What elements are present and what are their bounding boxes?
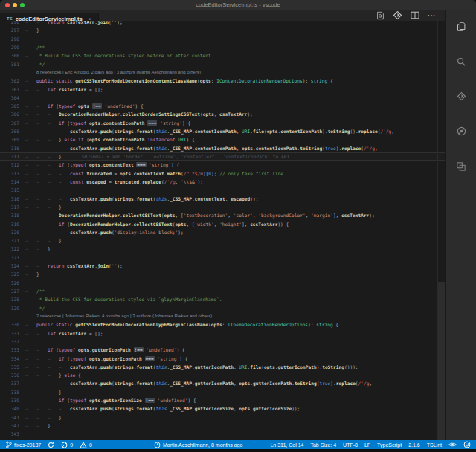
code-line-297[interactable]: 297→}	[0, 26, 446, 34]
code-line-308[interactable]: 308→→→→cssTextArr.push(strings.format(th…	[0, 127, 446, 135]
code-line-310[interactable]: 310→→→→cssTextArr.push(strings.format(th…	[0, 144, 446, 152]
code-line-322[interactable]: 322→→}	[0, 245, 446, 253]
code-text: →→return cssTextArr.join('');	[25, 262, 123, 270]
status-item-eye[interactable]	[448, 442, 457, 448]
status-item-encoding[interactable]: UTF-8	[343, 442, 358, 448]
tab-whitespace-arrow: →	[48, 396, 59, 404]
code-line-320[interactable]: 320→→→→cssTextArr.push('display:inline-b…	[0, 228, 446, 236]
code-line-305[interactable]: 305→→if (typeof opts !== 'undefined') {	[0, 102, 446, 110]
tab-whitespace-arrow: →	[25, 43, 36, 51]
code-line-336[interactable]: 336→→→} else {	[0, 371, 446, 379]
tab-whitespace-arrow: →	[25, 152, 36, 161]
codelens-annotation[interactable]: 8 references | Eric Amodio, 2 days ago |…	[0, 68, 446, 77]
code-line-330[interactable]: 330→public static getCSSTextForModelDeco…	[0, 320, 446, 329]
code-line-299[interactable]: 299→/**	[0, 43, 446, 51]
code-line-340[interactable]: 340→→→→cssTextArr.push(strings.format(th…	[0, 404, 446, 413]
code-line-341[interactable]: 341→→→}	[0, 413, 446, 422]
code-line-339[interactable]: 339→→→if (typeof opts.gutterIconSize !==…	[0, 396, 446, 404]
scrollbar-thumb[interactable]	[438, 282, 445, 440]
code-line-314[interactable]: 314→→→→const escaped = truncated.replace…	[0, 178, 446, 186]
line-number: 305	[0, 102, 25, 110]
line-number: 298	[0, 35, 25, 43]
code-line-323[interactable]: 323	[0, 254, 446, 262]
code-line-335[interactable]: 335→→→→cssTextArr.push(strings.format(th…	[0, 363, 446, 371]
preview-icon[interactable]	[376, 11, 385, 20]
code-line-313[interactable]: 313→→→→const truncated = opts.contentTex…	[0, 170, 446, 178]
activity-bar-item-gitlens[interactable]	[446, 80, 476, 114]
tab-whitespace-arrow: →	[36, 396, 48, 404]
code-line-324[interactable]: 324→→return cssTextArr.join('');	[0, 262, 446, 270]
code-line-309[interactable]: 309→→→} else if (opts.contentIconPath in…	[0, 135, 446, 143]
status-item-sync[interactable]	[48, 442, 54, 448]
tab-whitespace-arrow: →	[25, 195, 36, 203]
code-line-296[interactable]: 296→→return cssTextArr.join('');	[0, 21, 446, 26]
code-line-302[interactable]: 302→public static getCSSTextForModelDeco…	[0, 77, 446, 85]
code-line-307[interactable]: 307→→→if (typeof opts.contentIconPath ==…	[0, 119, 446, 127]
code-line-337[interactable]: 337→→→→cssTextArr.push(strings.format(th…	[0, 379, 446, 387]
code-line-300[interactable]: 300→ * Build the CSS for decorations sty…	[0, 51, 446, 59]
tab-whitespace-arrow: →	[36, 170, 48, 178]
code-line-303[interactable]: 303→→let cssTextArr = [];	[0, 85, 446, 94]
code-line-301[interactable]: 301→ */	[0, 60, 446, 68]
code-line-326[interactable]: 326	[0, 279, 446, 287]
code-line-325[interactable]: 325→}	[0, 270, 446, 278]
code-line-319[interactable]: 319→→→if (DecorationRenderHelper.collect…	[0, 220, 446, 228]
line-number: 322	[0, 245, 25, 253]
gitlens-icon[interactable]	[393, 10, 402, 20]
status-item-errors[interactable]: 0	[61, 442, 73, 448]
status-item-feedback-smiley[interactable]	[463, 441, 471, 448]
activity-bar-item-debug[interactable]	[446, 114, 476, 149]
tab-whitespace-arrow: →	[48, 363, 59, 371]
status-item-warnings[interactable]: 0	[80, 442, 92, 448]
activity-bar-item-extensions[interactable]	[446, 149, 476, 184]
line-number: 329	[0, 304, 25, 312]
tab-whitespace-arrow: →	[25, 363, 36, 371]
status-item-gitlens-blame[interactable]: Martin Aeschlimann, 8 months ago	[154, 442, 242, 448]
code-text: →→if (typeof opts !== 'undefined') {	[25, 102, 144, 110]
code-line-317[interactable]: 317→→→}	[0, 203, 446, 211]
status-item-tab-size[interactable]: Tab Size: 4	[310, 442, 336, 448]
activity-bar-item-search[interactable]	[446, 45, 476, 80]
more-actions-icon[interactable]: ···	[428, 12, 436, 19]
code-line-328[interactable]: 328→ * Build the CSS for decorations sty…	[0, 295, 446, 303]
split-editor-icon[interactable]	[411, 11, 419, 19]
code-line-315[interactable]: 315	[0, 186, 446, 194]
code-editor[interactable]: 296→→return cssTextArr.join('');297→}298…	[0, 21, 446, 440]
code-line-329[interactable]: 329→ */	[0, 304, 446, 312]
code-line-304[interactable]: 304	[0, 94, 446, 102]
code-line-312[interactable]: 312→→→if (typeof opts.contentText === 's…	[0, 161, 446, 169]
status-item-cursor-position[interactable]: Ln 311, Col 14	[270, 442, 303, 448]
status-item-git-branch[interactable]: fixes-20137	[5, 441, 41, 448]
code-line-306[interactable]: 306→→→DecorationRenderHelper.collectBord…	[0, 110, 446, 118]
code-line-338[interactable]: 338→→→}	[0, 388, 446, 396]
code-line-332[interactable]: 332	[0, 338, 446, 346]
codelens-annotation[interactable]: 2 references | Johannes Rieken, 4 months…	[0, 312, 446, 320]
code-line-316[interactable]: 316→→→→cssTextArr.push(strings.format(th…	[0, 195, 446, 203]
code-line-334[interactable]: 334→→→if (typeof opts.gutterIconPath ===…	[0, 355, 446, 363]
tab-whitespace-arrow: →	[25, 85, 36, 94]
code-line-333[interactable]: 333→→if (typeof opts.gutterIconPath !== …	[0, 346, 446, 354]
tab-whitespace-arrow: →	[25, 355, 36, 363]
tab-whitespace-arrow: →	[48, 144, 59, 152]
status-item-language-mode[interactable]: TypeScript	[377, 442, 402, 448]
tab-whitespace-arrow: →	[48, 379, 59, 387]
tab-whitespace-arrow: →	[36, 388, 48, 396]
code-line-342[interactable]: 342→→}	[0, 422, 446, 430]
tab-whitespace-arrow: →	[25, 304, 36, 312]
status-item-tslint[interactable]: TSLint	[427, 442, 442, 448]
code-line-343[interactable]: 343	[0, 430, 446, 438]
status-item-eol[interactable]: LF	[364, 442, 370, 448]
line-number: 296	[0, 21, 25, 26]
activity-bar-item-explorer[interactable]	[446, 10, 476, 45]
code-line-327[interactable]: 327→/**	[0, 287, 446, 295]
code-line-311[interactable]: 311→→→}5075b0a2 • add 'border', 'outline…	[0, 152, 446, 161]
line-number: 339	[0, 396, 25, 404]
line-number: 320	[0, 228, 25, 236]
tab-whitespace-arrow: →	[59, 195, 70, 203]
status-item-typescript-version[interactable]: 2.1.6	[408, 442, 420, 448]
code-line-321[interactable]: 321→→→}	[0, 236, 446, 245]
code-line-331[interactable]: 331→→let cssTextArr = [];	[0, 329, 446, 338]
code-line-298[interactable]: 298	[0, 35, 446, 43]
code-line-318[interactable]: 318→→→DecorationRenderHelper.collectCSST…	[0, 211, 446, 219]
tab-whitespace-arrow: →	[36, 85, 48, 94]
